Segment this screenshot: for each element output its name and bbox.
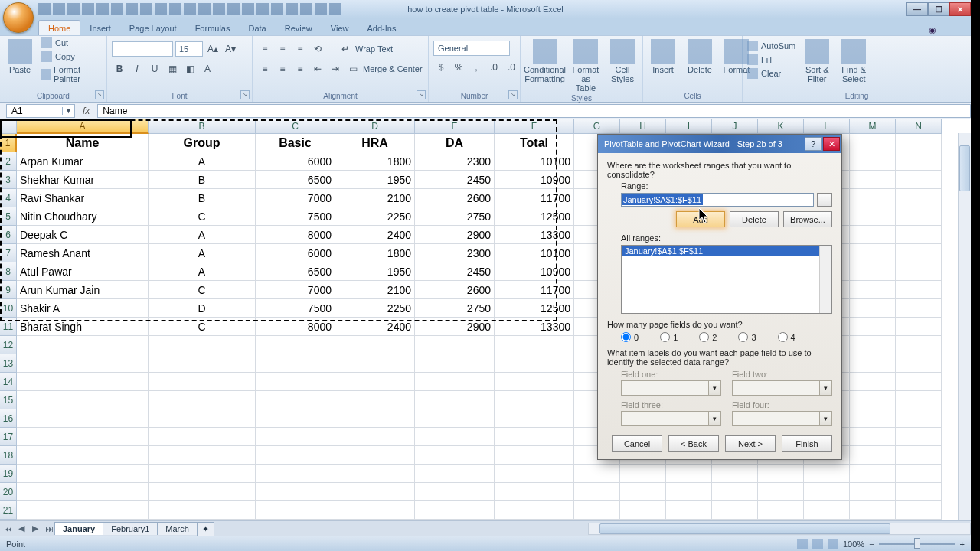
cell[interactable] bbox=[149, 336, 256, 354]
fx-icon[interactable]: fx bbox=[83, 106, 90, 116]
row-header-4[interactable]: 4 bbox=[0, 189, 17, 207]
comma-icon[interactable]: , bbox=[469, 60, 484, 75]
cell[interactable] bbox=[17, 446, 149, 465]
cell[interactable]: 2400 bbox=[335, 226, 415, 244]
align-center-icon[interactable]: ≡ bbox=[275, 61, 290, 77]
cell[interactable] bbox=[850, 501, 896, 520]
cell[interactable]: Arun Kumar Jain bbox=[17, 281, 149, 299]
tab-data[interactable]: Data bbox=[239, 21, 275, 35]
cell[interactable] bbox=[850, 262, 896, 281]
qa-icon[interactable] bbox=[271, 3, 283, 15]
browse-button[interactable]: Browse... bbox=[783, 211, 832, 227]
cell[interactable] bbox=[896, 483, 942, 501]
tab-addins[interactable]: Add-Ins bbox=[358, 21, 405, 35]
orientation-icon[interactable]: ⟲ bbox=[310, 41, 325, 57]
qa-icon[interactable] bbox=[256, 3, 269, 15]
cell[interactable] bbox=[850, 428, 896, 446]
clear-button[interactable]: Clear bbox=[747, 68, 795, 79]
cell[interactable]: Shakir A bbox=[17, 299, 149, 318]
cell[interactable]: A bbox=[149, 226, 256, 244]
qa-dropdown-icon[interactable] bbox=[329, 3, 341, 15]
merge-center-button[interactable]: Merge & Center bbox=[363, 64, 423, 73]
cell[interactable] bbox=[17, 391, 149, 409]
cell[interactable] bbox=[850, 189, 896, 207]
insert-cells-button[interactable]: Insert bbox=[648, 37, 678, 76]
cell[interactable]: 6000 bbox=[256, 152, 335, 171]
cell[interactable]: 1950 bbox=[335, 171, 415, 189]
cell[interactable] bbox=[896, 336, 942, 354]
cell[interactable] bbox=[495, 483, 574, 501]
cell[interactable] bbox=[574, 465, 620, 483]
row-header-17[interactable]: 17 bbox=[0, 428, 17, 446]
cell[interactable]: 12500 bbox=[495, 207, 574, 226]
cell[interactable] bbox=[896, 171, 942, 189]
cell[interactable] bbox=[850, 281, 896, 299]
cell[interactable] bbox=[896, 262, 942, 281]
shrink-font-icon[interactable]: A▾ bbox=[223, 41, 238, 57]
cut-button[interactable]: Cut bbox=[41, 37, 102, 48]
cell[interactable] bbox=[896, 409, 942, 428]
qa-icon[interactable] bbox=[300, 3, 312, 15]
qa-icon[interactable] bbox=[155, 3, 167, 15]
prev-sheet-button[interactable]: ◀ bbox=[15, 523, 28, 535]
row-header-11[interactable]: 11 bbox=[0, 318, 17, 336]
cell[interactable] bbox=[149, 446, 256, 465]
cell[interactable]: 1950 bbox=[335, 262, 415, 281]
qa-undo-icon[interactable] bbox=[53, 3, 65, 15]
cell[interactable]: 2450 bbox=[415, 262, 495, 281]
row-header-13[interactable]: 13 bbox=[0, 354, 17, 373]
cell[interactable] bbox=[712, 483, 758, 501]
cell[interactable]: 10100 bbox=[495, 244, 574, 262]
row-header-9[interactable]: 9 bbox=[0, 281, 17, 299]
cell[interactable]: 10100 bbox=[495, 152, 574, 171]
cell[interactable] bbox=[495, 409, 574, 428]
decrease-decimal-icon[interactable]: .0 bbox=[504, 60, 519, 75]
cell[interactable]: A bbox=[149, 262, 256, 281]
cell[interactable] bbox=[415, 373, 495, 391]
cell[interactable] bbox=[149, 391, 256, 409]
sheet-tab-january[interactable]: January bbox=[54, 522, 103, 535]
cell[interactable] bbox=[666, 483, 712, 501]
cell[interactable] bbox=[850, 318, 896, 336]
conditional-formatting-button[interactable]: Conditional Formatting bbox=[525, 37, 564, 85]
wrap-text-button[interactable]: Wrap Text bbox=[355, 44, 393, 54]
cell[interactable] bbox=[850, 299, 896, 318]
column-header-J[interactable]: J bbox=[712, 119, 758, 134]
cell[interactable] bbox=[896, 134, 942, 152]
grow-font-icon[interactable]: A▴ bbox=[205, 41, 220, 57]
cell[interactable] bbox=[896, 391, 942, 409]
row-header-1[interactable]: 1 bbox=[0, 134, 17, 152]
tab-home[interactable]: Home bbox=[38, 20, 80, 35]
first-sheet-button[interactable]: ⏮ bbox=[2, 523, 14, 535]
format-painter-button[interactable]: Format Painter bbox=[41, 65, 102, 83]
cell[interactable]: 2750 bbox=[415, 299, 495, 318]
underline-button[interactable]: U bbox=[147, 61, 162, 77]
cell[interactable] bbox=[17, 501, 149, 520]
cell[interactable]: 1800 bbox=[335, 152, 415, 171]
increase-decimal-icon[interactable]: .0 bbox=[486, 60, 501, 75]
cell[interactable] bbox=[149, 483, 256, 501]
font-size-combo[interactable]: 15 bbox=[175, 41, 203, 57]
row-header-15[interactable]: 15 bbox=[0, 391, 17, 409]
cell[interactable] bbox=[256, 501, 335, 520]
cell[interactable] bbox=[850, 446, 896, 465]
cell[interactable] bbox=[495, 446, 574, 465]
last-sheet-button[interactable]: ⏭ bbox=[43, 523, 55, 535]
cell[interactable] bbox=[804, 483, 850, 501]
qa-icon[interactable] bbox=[96, 3, 109, 15]
column-header-B[interactable]: B bbox=[149, 119, 256, 134]
delete-cells-button[interactable]: Delete bbox=[684, 37, 715, 76]
cell[interactable] bbox=[256, 336, 335, 354]
cell[interactable]: 1800 bbox=[335, 244, 415, 262]
cell[interactable] bbox=[415, 409, 495, 428]
cell[interactable] bbox=[335, 391, 415, 409]
cell[interactable]: Basic bbox=[256, 134, 335, 152]
number-format-combo[interactable]: General bbox=[433, 41, 510, 56]
cell[interactable]: 13300 bbox=[495, 226, 574, 244]
cell[interactable] bbox=[149, 409, 256, 428]
cell[interactable] bbox=[149, 501, 256, 520]
cell[interactable]: 2400 bbox=[335, 318, 415, 336]
list-scrollbar[interactable] bbox=[819, 246, 831, 313]
next-button[interactable]: Next > bbox=[725, 435, 776, 452]
cell[interactable] bbox=[620, 483, 666, 501]
